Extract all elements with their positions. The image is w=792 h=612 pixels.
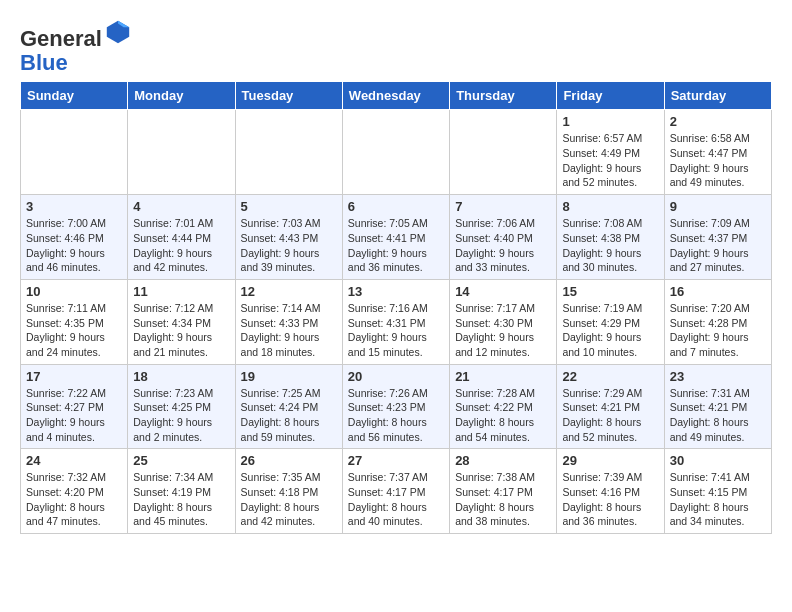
day-number: 8	[562, 199, 658, 214]
calendar-day-21: 21Sunrise: 7:28 AM Sunset: 4:22 PM Dayli…	[450, 364, 557, 449]
day-number: 7	[455, 199, 551, 214]
day-number: 23	[670, 369, 766, 384]
calendar-day-13: 13Sunrise: 7:16 AM Sunset: 4:31 PM Dayli…	[342, 279, 449, 364]
calendar-day-25: 25Sunrise: 7:34 AM Sunset: 4:19 PM Dayli…	[128, 449, 235, 534]
day-info: Sunrise: 7:08 AM Sunset: 4:38 PM Dayligh…	[562, 216, 658, 275]
day-number: 27	[348, 453, 444, 468]
day-number: 11	[133, 284, 229, 299]
day-number: 5	[241, 199, 337, 214]
calendar-day-4: 4Sunrise: 7:01 AM Sunset: 4:44 PM Daylig…	[128, 195, 235, 280]
day-number: 13	[348, 284, 444, 299]
day-number: 29	[562, 453, 658, 468]
calendar-day-17: 17Sunrise: 7:22 AM Sunset: 4:27 PM Dayli…	[21, 364, 128, 449]
weekday-header-sunday: Sunday	[21, 82, 128, 110]
weekday-header-monday: Monday	[128, 82, 235, 110]
day-number: 25	[133, 453, 229, 468]
calendar-day-8: 8Sunrise: 7:08 AM Sunset: 4:38 PM Daylig…	[557, 195, 664, 280]
day-number: 28	[455, 453, 551, 468]
weekday-header-row: SundayMondayTuesdayWednesdayThursdayFrid…	[21, 82, 772, 110]
logo-general: General	[20, 26, 102, 51]
day-info: Sunrise: 6:57 AM Sunset: 4:49 PM Dayligh…	[562, 131, 658, 190]
day-number: 18	[133, 369, 229, 384]
calendar-week-5: 24Sunrise: 7:32 AM Sunset: 4:20 PM Dayli…	[21, 449, 772, 534]
empty-cell	[342, 110, 449, 195]
day-info: Sunrise: 7:22 AM Sunset: 4:27 PM Dayligh…	[26, 386, 122, 445]
calendar-day-30: 30Sunrise: 7:41 AM Sunset: 4:15 PM Dayli…	[664, 449, 771, 534]
day-info: Sunrise: 7:38 AM Sunset: 4:17 PM Dayligh…	[455, 470, 551, 529]
day-info: Sunrise: 7:34 AM Sunset: 4:19 PM Dayligh…	[133, 470, 229, 529]
svg-marker-0	[107, 21, 129, 43]
calendar-week-4: 17Sunrise: 7:22 AM Sunset: 4:27 PM Dayli…	[21, 364, 772, 449]
calendar-day-22: 22Sunrise: 7:29 AM Sunset: 4:21 PM Dayli…	[557, 364, 664, 449]
calendar-day-16: 16Sunrise: 7:20 AM Sunset: 4:28 PM Dayli…	[664, 279, 771, 364]
day-info: Sunrise: 7:37 AM Sunset: 4:17 PM Dayligh…	[348, 470, 444, 529]
calendar-day-24: 24Sunrise: 7:32 AM Sunset: 4:20 PM Dayli…	[21, 449, 128, 534]
calendar-day-11: 11Sunrise: 7:12 AM Sunset: 4:34 PM Dayli…	[128, 279, 235, 364]
day-info: Sunrise: 7:31 AM Sunset: 4:21 PM Dayligh…	[670, 386, 766, 445]
empty-cell	[235, 110, 342, 195]
day-number: 12	[241, 284, 337, 299]
day-number: 17	[26, 369, 122, 384]
day-info: Sunrise: 7:14 AM Sunset: 4:33 PM Dayligh…	[241, 301, 337, 360]
day-info: Sunrise: 7:23 AM Sunset: 4:25 PM Dayligh…	[133, 386, 229, 445]
day-number: 2	[670, 114, 766, 129]
day-number: 26	[241, 453, 337, 468]
empty-cell	[450, 110, 557, 195]
calendar-day-6: 6Sunrise: 7:05 AM Sunset: 4:41 PM Daylig…	[342, 195, 449, 280]
calendar-day-26: 26Sunrise: 7:35 AM Sunset: 4:18 PM Dayli…	[235, 449, 342, 534]
day-number: 10	[26, 284, 122, 299]
day-info: Sunrise: 6:58 AM Sunset: 4:47 PM Dayligh…	[670, 131, 766, 190]
day-number: 16	[670, 284, 766, 299]
day-number: 4	[133, 199, 229, 214]
day-number: 21	[455, 369, 551, 384]
calendar-day-18: 18Sunrise: 7:23 AM Sunset: 4:25 PM Dayli…	[128, 364, 235, 449]
day-info: Sunrise: 7:01 AM Sunset: 4:44 PM Dayligh…	[133, 216, 229, 275]
day-number: 1	[562, 114, 658, 129]
logo-icon	[104, 18, 132, 46]
calendar-day-9: 9Sunrise: 7:09 AM Sunset: 4:37 PM Daylig…	[664, 195, 771, 280]
empty-cell	[21, 110, 128, 195]
weekday-header-tuesday: Tuesday	[235, 82, 342, 110]
page-header: General Blue	[10, 10, 782, 75]
calendar-table: SundayMondayTuesdayWednesdayThursdayFrid…	[20, 81, 772, 534]
day-number: 22	[562, 369, 658, 384]
day-info: Sunrise: 7:17 AM Sunset: 4:30 PM Dayligh…	[455, 301, 551, 360]
day-number: 19	[241, 369, 337, 384]
day-number: 24	[26, 453, 122, 468]
calendar-day-7: 7Sunrise: 7:06 AM Sunset: 4:40 PM Daylig…	[450, 195, 557, 280]
day-info: Sunrise: 7:28 AM Sunset: 4:22 PM Dayligh…	[455, 386, 551, 445]
day-info: Sunrise: 7:39 AM Sunset: 4:16 PM Dayligh…	[562, 470, 658, 529]
day-info: Sunrise: 7:12 AM Sunset: 4:34 PM Dayligh…	[133, 301, 229, 360]
calendar-day-27: 27Sunrise: 7:37 AM Sunset: 4:17 PM Dayli…	[342, 449, 449, 534]
calendar-day-28: 28Sunrise: 7:38 AM Sunset: 4:17 PM Dayli…	[450, 449, 557, 534]
weekday-header-wednesday: Wednesday	[342, 82, 449, 110]
day-info: Sunrise: 7:16 AM Sunset: 4:31 PM Dayligh…	[348, 301, 444, 360]
day-info: Sunrise: 7:06 AM Sunset: 4:40 PM Dayligh…	[455, 216, 551, 275]
day-info: Sunrise: 7:11 AM Sunset: 4:35 PM Dayligh…	[26, 301, 122, 360]
calendar-week-2: 3Sunrise: 7:00 AM Sunset: 4:46 PM Daylig…	[21, 195, 772, 280]
logo: General Blue	[20, 18, 132, 75]
calendar-week-3: 10Sunrise: 7:11 AM Sunset: 4:35 PM Dayli…	[21, 279, 772, 364]
day-number: 3	[26, 199, 122, 214]
day-number: 14	[455, 284, 551, 299]
day-info: Sunrise: 7:26 AM Sunset: 4:23 PM Dayligh…	[348, 386, 444, 445]
weekday-header-saturday: Saturday	[664, 82, 771, 110]
calendar-day-29: 29Sunrise: 7:39 AM Sunset: 4:16 PM Dayli…	[557, 449, 664, 534]
day-info: Sunrise: 7:19 AM Sunset: 4:29 PM Dayligh…	[562, 301, 658, 360]
day-info: Sunrise: 7:25 AM Sunset: 4:24 PM Dayligh…	[241, 386, 337, 445]
calendar-day-20: 20Sunrise: 7:26 AM Sunset: 4:23 PM Dayli…	[342, 364, 449, 449]
empty-cell	[128, 110, 235, 195]
calendar-day-12: 12Sunrise: 7:14 AM Sunset: 4:33 PM Dayli…	[235, 279, 342, 364]
calendar-day-10: 10Sunrise: 7:11 AM Sunset: 4:35 PM Dayli…	[21, 279, 128, 364]
day-number: 15	[562, 284, 658, 299]
day-info: Sunrise: 7:35 AM Sunset: 4:18 PM Dayligh…	[241, 470, 337, 529]
logo-blue: Blue	[20, 50, 68, 75]
day-info: Sunrise: 7:20 AM Sunset: 4:28 PM Dayligh…	[670, 301, 766, 360]
calendar-week-1: 1Sunrise: 6:57 AM Sunset: 4:49 PM Daylig…	[21, 110, 772, 195]
day-info: Sunrise: 7:29 AM Sunset: 4:21 PM Dayligh…	[562, 386, 658, 445]
day-info: Sunrise: 7:03 AM Sunset: 4:43 PM Dayligh…	[241, 216, 337, 275]
logo-text: General	[20, 18, 132, 51]
calendar-day-5: 5Sunrise: 7:03 AM Sunset: 4:43 PM Daylig…	[235, 195, 342, 280]
calendar-day-1: 1Sunrise: 6:57 AM Sunset: 4:49 PM Daylig…	[557, 110, 664, 195]
logo-blue-text: Blue	[20, 51, 132, 75]
